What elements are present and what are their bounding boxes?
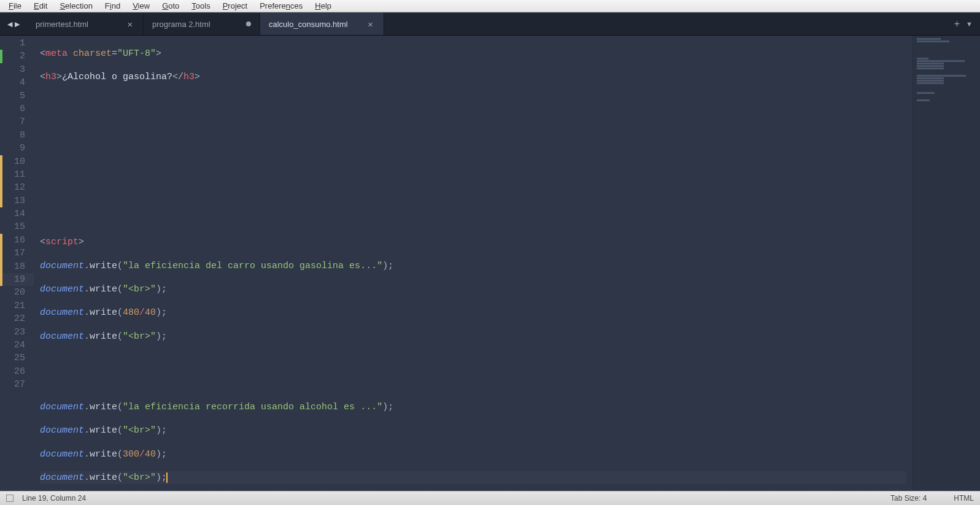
line-number[interactable]: 19 <box>0 273 34 286</box>
line-number[interactable]: 21 <box>0 299 34 312</box>
menu-edit[interactable]: Edit <box>28 0 53 12</box>
line-number[interactable]: 14 <box>0 207 34 220</box>
close-icon[interactable]: × <box>126 20 134 28</box>
line-number[interactable]: 2 <box>0 50 34 63</box>
tab-calculo-consumo[interactable]: calculo_consumo.html × <box>260 13 384 35</box>
menu-find[interactable]: Find <box>99 0 126 12</box>
menu-view[interactable]: View <box>126 0 156 12</box>
line-number[interactable]: 26 <box>0 365 34 378</box>
tab-label: primertest.html <box>36 20 88 29</box>
line-number[interactable]: 11 <box>0 168 34 181</box>
line-number[interactable]: 23 <box>0 326 34 339</box>
menu-project[interactable]: Project <box>217 0 253 12</box>
line-number-gutter[interactable]: 1234567891011121314151617181920212223242… <box>0 36 34 491</box>
line-number[interactable]: 22 <box>0 312 34 325</box>
line-number[interactable]: 5 <box>0 90 34 102</box>
close-icon[interactable]: × <box>366 20 375 28</box>
tab-label: programa 2.html <box>152 20 210 29</box>
panel-toggle-icon[interactable] <box>6 495 14 502</box>
line-number[interactable]: 6 <box>0 102 34 115</box>
tab-programa2[interactable]: programa 2.html <box>144 13 260 35</box>
menu-tools[interactable]: Tools <box>185 0 216 12</box>
tab-primertest[interactable]: primertest.html × <box>27 13 144 35</box>
line-number[interactable]: 3 <box>0 63 34 76</box>
line-number[interactable]: 24 <box>0 339 34 352</box>
tab-dropdown-icon[interactable]: ▼ <box>966 20 973 28</box>
menu-file[interactable]: File <box>2 0 28 12</box>
tab-actions: + ▼ <box>947 13 980 35</box>
cursor-position[interactable]: Line 19, Column 24 <box>22 494 86 503</box>
menubar: File Edit Selection Find View Goto Tools… <box>0 0 980 12</box>
minimap[interactable] <box>912 36 980 491</box>
menu-goto[interactable]: Goto <box>156 0 185 12</box>
line-number[interactable]: 18 <box>0 260 34 273</box>
line-number[interactable]: 9 <box>0 142 34 155</box>
line-number[interactable]: 25 <box>0 352 34 364</box>
line-number[interactable]: 16 <box>0 234 34 247</box>
dirty-indicator-icon[interactable] <box>246 21 251 26</box>
menu-selection[interactable]: Selection <box>53 0 98 12</box>
tab-history-nav: ◀ ▶ <box>0 13 27 35</box>
menu-help[interactable]: Help <box>309 0 338 12</box>
line-number[interactable]: 4 <box>0 76 34 89</box>
syntax-selector[interactable]: HTML <box>954 494 974 503</box>
line-number[interactable]: 27 <box>0 378 34 391</box>
line-number[interactable]: 12 <box>0 181 34 194</box>
line-number[interactable]: 1 <box>0 37 34 50</box>
tab-label: calculo_consumo.html <box>269 20 348 29</box>
line-number[interactable]: 13 <box>0 195 34 207</box>
line-number[interactable]: 10 <box>0 155 34 168</box>
menu-preferences[interactable]: Preferences <box>253 0 309 12</box>
tab-size-selector[interactable]: Tab Size: 4 <box>890 494 927 503</box>
code-area[interactable]: <meta charset="UFT-8"> <h3>¿Alcohol o ga… <box>34 36 912 491</box>
line-number[interactable]: 15 <box>0 220 34 233</box>
nav-back-icon[interactable]: ◀ <box>7 20 12 28</box>
new-tab-icon[interactable]: + <box>954 18 960 29</box>
tabbar: ◀ ▶ primertest.html × programa 2.html ca… <box>0 12 980 36</box>
line-number[interactable]: 20 <box>0 286 34 299</box>
text-cursor <box>166 472 168 483</box>
line-number[interactable]: 7 <box>0 115 34 128</box>
statusbar: Line 19, Column 24 Tab Size: 4 HTML <box>0 491 980 505</box>
editor: 1234567891011121314151617181920212223242… <box>0 36 980 491</box>
line-number[interactable]: 17 <box>0 247 34 260</box>
nav-forward-icon[interactable]: ▶ <box>15 20 20 28</box>
line-number[interactable]: 8 <box>0 129 34 142</box>
